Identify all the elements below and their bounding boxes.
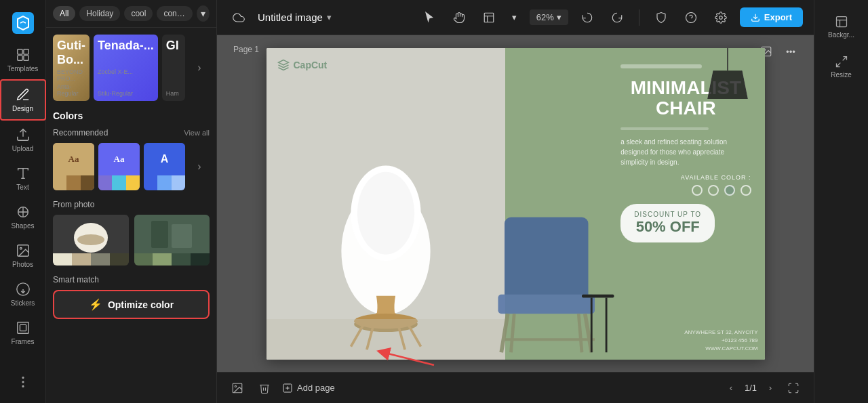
page-label: Page 1 (233, 45, 259, 54)
font-card-2[interactable]: Tenada-... Zocbel X-E... Stilu-Regular (94, 35, 158, 101)
title-dropdown-btn[interactable]: ▾ (327, 12, 332, 22)
font-card-3[interactable]: Gl Ham (162, 35, 185, 101)
svg-rect-0 (12, 12, 34, 34)
sidebar-item-stickers[interactable]: Stickers (0, 275, 46, 314)
font-card-grid: Guti-Bo... BEYOND PRO... Anta-Regular Te… (53, 35, 210, 101)
page-num: 1/1 (745, 383, 757, 393)
svg-point-53 (235, 385, 236, 387)
svg-point-22 (686, 12, 696, 22)
undo-btn[interactable] (576, 7, 598, 28)
svg-marker-49 (707, 70, 747, 99)
available-label: AVAILABLE COLOR : (620, 174, 751, 181)
colors-section-title: Colors (53, 110, 210, 121)
canvas-logo: CapCut (277, 59, 328, 71)
sidebar-item-shapes[interactable]: Shapes (0, 198, 46, 236)
filter-all[interactable]: All (53, 6, 75, 21)
svg-rect-38 (505, 217, 589, 301)
redo-btn[interactable] (606, 7, 628, 28)
font-grid-next-arrow[interactable]: › (189, 35, 210, 101)
svg-rect-11 (17, 322, 28, 334)
resize-btn[interactable]: Resize (817, 48, 866, 85)
color-dot-2 (708, 185, 719, 196)
from-photo-grid (53, 215, 210, 266)
canvas-wrapper: Page 1 ••• CapCut (217, 35, 814, 372)
hanging-lamp-illustration (704, 48, 751, 116)
color-scheme-blue[interactable]: A (144, 143, 185, 190)
filter-bar: All Holiday cool concise ▾ (46, 0, 216, 28)
svg-rect-39 (498, 294, 595, 314)
svg-point-15 (22, 386, 24, 387)
sidebar-item-design[interactable]: Design (0, 79, 46, 121)
svg-rect-21 (484, 13, 494, 22)
design-canvas: CapCut (267, 48, 765, 360)
frame-dropdown-btn[interactable]: ▾ (508, 7, 521, 28)
svg-line-43 (579, 314, 583, 352)
color-scheme-warm[interactable]: Aa (53, 143, 94, 190)
sidebar-item-text[interactable]: Text (0, 159, 46, 198)
background-btn[interactable]: Backgr... (817, 8, 866, 45)
export-btn[interactable]: Export (740, 7, 803, 27)
frame-tool-btn[interactable] (478, 7, 500, 28)
filter-more-btn[interactable]: ▾ (197, 5, 210, 22)
recommended-row: Recommended View all (53, 128, 210, 137)
photo-palette-1[interactable] (53, 215, 129, 266)
product-desc: a sleek and refined seating solution des… (620, 137, 751, 167)
shield-btn[interactable] (650, 7, 672, 28)
filter-holiday[interactable]: Holiday (79, 6, 120, 21)
svg-rect-19 (151, 221, 168, 248)
svg-point-30 (357, 171, 414, 254)
sidebar-item-photos[interactable]: Photos (0, 236, 46, 275)
sidebar-item-frames[interactable]: Frames (0, 314, 46, 352)
sidebar-icons: Templates Design Upload Text Shapes (0, 0, 46, 403)
from-photo-row: From photo (53, 200, 210, 209)
fullscreen-btn[interactable] (784, 379, 803, 398)
view-all-btn[interactable]: View all (184, 129, 210, 137)
sidebar-item-more[interactable] (0, 368, 46, 396)
sidebar-item-upload[interactable]: Upload (0, 121, 46, 159)
help-btn[interactable] (680, 7, 702, 28)
svg-rect-2 (23, 49, 28, 54)
color-scheme-next-arrow[interactable]: › (189, 143, 210, 190)
canvas-more-btn[interactable]: ••• (781, 42, 800, 61)
add-page-btn[interactable]: Add page (282, 383, 335, 394)
panel-content: Guti-Bo... BEYOND PRO... Anta-Regular Te… (46, 28, 216, 403)
svg-rect-3 (17, 56, 22, 60)
color-scheme-grid: Aa Aa A (53, 143, 210, 190)
svg-rect-45 (582, 294, 614, 297)
color-dot-3 (724, 185, 735, 196)
highlight-bar (620, 64, 702, 68)
settings-btn[interactable] (710, 7, 732, 28)
svg-point-14 (22, 377, 24, 379)
smart-match-label: Smart match (53, 275, 99, 284)
filter-concise[interactable]: concise (157, 6, 192, 21)
main-area: Untitled image ▾ ▾ 62% (217, 0, 814, 403)
smart-match-section: Smart match ⚡ Optimize color (53, 275, 210, 319)
doc-title: Untitled image ▾ (258, 12, 332, 23)
canvas-right: MINIMALIST CHAIR a sleek and refined sea… (505, 48, 764, 360)
discount-badge: DISCOUNT UP TO 50% OFF (620, 204, 715, 242)
hand-tool-btn[interactable] (448, 7, 470, 28)
svg-rect-12 (20, 324, 26, 331)
font-card-1[interactable]: Guti-Bo... BEYOND PRO... Anta-Regular (53, 35, 90, 101)
smart-match-row: Smart match (53, 275, 210, 284)
photo-palette-2[interactable] (134, 215, 210, 266)
sidebar-item-templates[interactable]: Templates (0, 41, 46, 79)
recommended-label: Recommended (53, 128, 108, 137)
optimize-color-btn[interactable]: ⚡ Optimize color (53, 290, 210, 319)
color-scheme-purple[interactable]: Aa (98, 143, 140, 190)
right-panel: Backgr... Resize (814, 0, 868, 403)
svg-rect-4 (23, 56, 28, 60)
bottom-trash-btn[interactable] (255, 379, 274, 398)
select-tool-btn[interactable] (418, 7, 440, 28)
cloud-save-btn[interactable] (228, 7, 250, 28)
zoom-control[interactable]: 62% ▾ (530, 9, 568, 25)
prev-page-btn[interactable]: ‹ (723, 380, 739, 396)
svg-point-17 (77, 234, 104, 245)
svg-rect-1 (17, 49, 22, 54)
canvas-left: CapCut (267, 48, 506, 360)
optimize-icon: ⚡ (89, 298, 102, 311)
background-label: Backgr... (828, 31, 854, 39)
next-page-btn[interactable]: › (762, 380, 778, 396)
filter-cool[interactable]: cool (124, 6, 153, 21)
bottom-grid-btn[interactable] (228, 379, 247, 398)
